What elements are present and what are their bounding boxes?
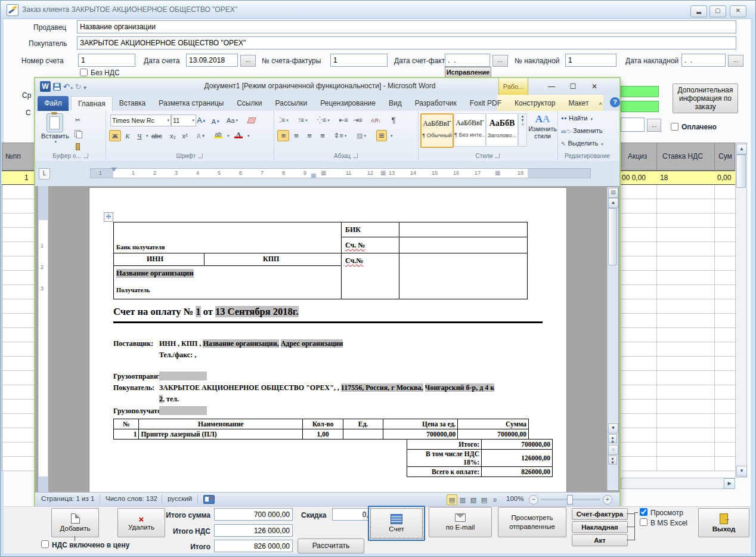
waybill-number-input[interactable] [565,54,616,67]
subscript-button[interactable]: x₂ [168,130,178,141]
vat-invoice-date-picker-button[interactable]: ... [492,55,508,67]
tab-references[interactable]: Ссылки [230,96,268,111]
bullets-icon[interactable]: ⁚≡▾ [278,115,289,126]
grid-vscrollbar[interactable] [735,143,747,478]
total-sum-input[interactable] [214,508,293,521]
tab-layout[interactable]: Макет [562,96,595,111]
redo-icon[interactable]: ↻ [75,82,82,91]
customize-qat-icon[interactable]: ▾ [83,85,86,91]
tab-file[interactable]: Файл [38,96,69,111]
close-button[interactable]: ✕ [730,5,746,17]
select-button[interactable]: ⇖ Выделить ▾ [561,140,603,147]
style-no-spacing[interactable]: АаБбВвГ ¶ Без инте... [454,113,486,147]
vat-invoice-number-input[interactable] [330,54,388,67]
superscript-button[interactable]: x² [179,130,190,141]
table-move-handle-icon[interactable]: ✛ [104,212,113,222]
highlight-color-icon[interactable]: ab [213,129,224,140]
vat-included-checkbox[interactable] [41,540,49,548]
preview-checkbox[interactable] [640,508,647,516]
tab-home[interactable]: Главная [71,96,113,111]
excel-checkbox[interactable] [640,518,647,526]
invoice-number-input[interactable] [78,54,135,67]
page-indicator[interactable]: Страница: 1 из 1 [41,495,94,502]
grid-scroll-up-icon[interactable]: ▲ [736,144,747,154]
horizontal-ruler[interactable]: 1 1 2 3 4 5 6 7 8 9 ▦ 11 12 ▦ 13 14 15 1… [90,168,591,178]
font-name-combo[interactable]: Times New Rc▾ [110,115,171,126]
undo-icon[interactable]: ↶▾ [63,82,73,91]
total-vat-input[interactable] [214,524,293,537]
styles-gallery-scroll[interactable]: ▲▼≡ [518,113,527,147]
bold-button[interactable]: Ж [109,130,121,141]
word-close-button[interactable]: ✕ [585,81,604,92]
font-dialog-launcher-icon[interactable] [198,153,203,158]
tab-view[interactable]: Вид [382,96,408,111]
table-column-marker-icon[interactable]: ▦ [495,169,500,176]
italic-button[interactable]: К [122,130,133,141]
vat-invoice-button[interactable]: Счет-фактура [572,508,628,520]
tab-page-layout[interactable]: Разметка страницы [152,96,230,111]
vertical-ruler[interactable]: 1 2 3 [38,186,48,493]
waybill-date-input[interactable] [681,54,726,67]
replace-button[interactable]: ab⮌ Заменить [561,127,602,134]
scroll-down-icon[interactable]: ▼ [608,423,618,434]
find-button[interactable]: Найти ▾ [561,115,593,122]
tab-design[interactable]: Конструктор [508,96,562,111]
grow-font-icon[interactable]: А▲ [196,115,207,126]
grid-vscroll-thumb[interactable] [736,154,746,188]
align-center-button[interactable]: ≡ [290,130,302,141]
line-spacing-icon[interactable]: ⇕≡▾ [333,130,347,141]
waybill-date-picker-button[interactable]: ... [728,55,743,67]
exit-button[interactable]: Выход [698,508,749,537]
align-left-button[interactable]: ≡ [277,130,289,141]
maximize-button[interactable]: ▢ [709,5,726,17]
zoom-out-icon[interactable]: − [529,495,538,505]
change-styles-button[interactable]: AA Изменить стили [529,113,556,140]
ruler-toggle-icon[interactable]: ▤ [608,188,618,198]
borders-icon[interactable]: ⊞ [376,130,387,141]
no-vat-checkbox[interactable] [80,69,88,76]
scroll-up-icon[interactable]: ▲ [608,198,618,208]
tab-mailings[interactable]: Рассылки [268,96,314,111]
multilevel-list-icon[interactable]: ⁛≡▾ [317,115,330,126]
cut-icon[interactable]: ✂ [72,115,83,126]
font-size-combo[interactable]: 11▾ [171,115,196,126]
tab-developer[interactable]: Разработчик [408,96,463,111]
style-heading[interactable]: АаБбВ Заголово... [486,113,518,147]
text-effects-icon[interactable]: А▾ [195,130,206,141]
zoom-level[interactable]: 100% [506,495,523,502]
right-indent-marker[interactable] [311,174,316,178]
document-page[interactable]: ✛ БИК Сч. № Банк получателя ИНН КПП Сч.№… [89,187,567,493]
paragraph-dialog-launcher-icon[interactable] [353,153,358,158]
copy-icon[interactable] [72,128,83,139]
first-line-indent-marker[interactable] [111,168,117,175]
underline-button[interactable]: Ч [134,130,145,141]
view-sent-button[interactable]: Просмотретьотправленные [498,507,566,537]
vat-invoice-date-input[interactable] [445,54,490,67]
grid-scroll-down-icon[interactable]: ▼ [736,466,747,476]
seller-input[interactable] [77,20,736,33]
numbering-icon[interactable]: ⁝≡▾ [298,115,308,126]
align-right-button[interactable]: ≡ [303,130,315,141]
right-picker-button[interactable]: ... [647,119,661,132]
decrease-indent-icon[interactable]: ⇤≡ [338,115,349,126]
previous-page-icon[interactable]: ▲▲ [608,434,617,443]
show-marks-icon[interactable]: ¶ [388,115,399,126]
draft-view-icon[interactable]: ≡ [489,494,500,505]
word-count[interactable]: Число слов: 132 [106,495,157,502]
invoice-date-input[interactable] [186,54,238,67]
word-vscrollbar[interactable]: ▤ ▲ ▼ ▲▲ ○ ▼▼ [607,187,618,490]
waybill-button[interactable]: Накладная [572,521,628,533]
zoom-slider-thumb[interactable] [567,495,573,505]
web-layout-view-icon[interactable]: ▧ [468,494,479,505]
recalculate-button[interactable]: Рассчитать [298,539,364,553]
correction-button[interactable]: Исправление [445,67,491,78]
invoice-button[interactable]: Счет [368,506,425,541]
next-page-icon[interactable]: ▼▼ [608,456,617,465]
add-button[interactable]: Добавить [51,508,99,537]
change-case-icon[interactable]: Аа▾ [226,115,238,126]
justify-button[interactable]: ≡ [317,130,329,141]
tab-foxit-pdf[interactable]: Foxit PDF [463,96,508,111]
tab-selector[interactable]: L [39,168,50,180]
print-layout-view-icon[interactable]: ▤ [447,494,457,505]
word-maximize-button[interactable]: ☐ [563,81,583,92]
